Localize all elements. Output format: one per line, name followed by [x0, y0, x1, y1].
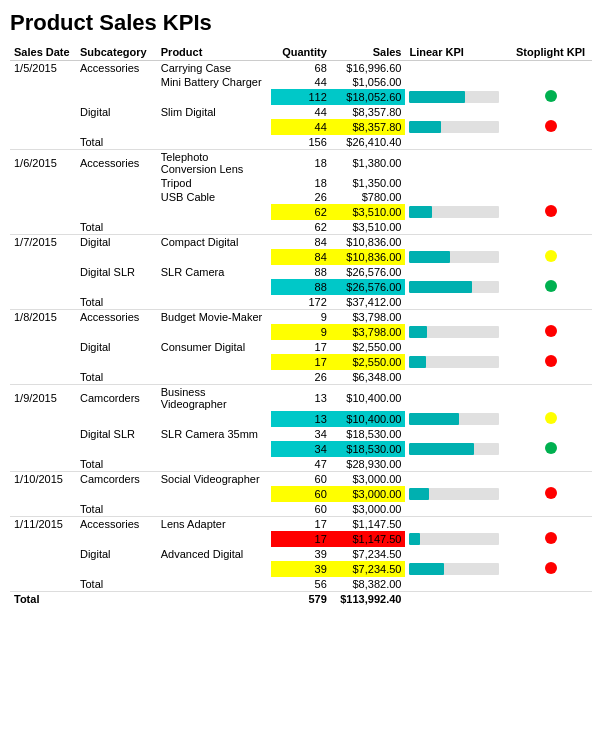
- linear-cell: [405, 204, 509, 220]
- grand-total-product: [157, 592, 271, 607]
- date-cell: [10, 354, 76, 370]
- date-cell: [10, 561, 76, 577]
- subcat-cell: Digital SLR: [76, 427, 157, 441]
- stoplight-cell: [509, 531, 592, 547]
- linear-cell: [405, 265, 509, 279]
- stoplight-circle: [545, 442, 557, 454]
- linear-bar: [409, 121, 499, 133]
- stoplight-cell: [509, 249, 592, 265]
- linear-bar-fill: [409, 356, 425, 368]
- date-cell: [10, 486, 76, 502]
- kpi-row: 17 $1,147.50: [10, 531, 592, 547]
- total-qty: 26: [271, 370, 331, 385]
- kpi-sales-cell: $2,550.00: [331, 354, 406, 370]
- stoplight-circle: [545, 120, 557, 132]
- linear-cell: [405, 324, 509, 340]
- date-cell: [10, 502, 76, 517]
- sales-cell: $1,380.00: [331, 150, 406, 177]
- linear-cell: [405, 411, 509, 427]
- subcat-cell: [76, 486, 157, 502]
- kpi-row: 39 $7,234.50: [10, 561, 592, 577]
- product-cell: SLR Camera 35mm: [157, 427, 271, 441]
- linear-bar: [409, 251, 499, 263]
- subcat-total-label: Total: [76, 577, 157, 592]
- date-cell: [10, 577, 76, 592]
- header-product: Product: [157, 44, 271, 61]
- subcat-cell: Digital: [76, 235, 157, 250]
- date-cell: [10, 427, 76, 441]
- qty-cell: 39: [271, 547, 331, 561]
- kpi-row: 112 $18,052.60: [10, 89, 592, 105]
- stoplight-cell: [509, 411, 592, 427]
- product-cell: [157, 411, 271, 427]
- kpi-row: 62 $3,510.00: [10, 204, 592, 220]
- linear-cell: [405, 61, 509, 76]
- stoplight-cell: [509, 561, 592, 577]
- total-sales: $28,930.00: [331, 457, 406, 472]
- linear-bar-fill: [409, 563, 443, 575]
- qty-cell: 17: [271, 340, 331, 354]
- product-cell: [157, 295, 271, 310]
- kpi-qty-cell: 88: [271, 279, 331, 295]
- subcat-cell: [76, 89, 157, 105]
- table-row: 1/5/2015 Accessories Carrying Case 68 $1…: [10, 61, 592, 76]
- kpi-qty-cell: 9: [271, 324, 331, 340]
- kpi-sales-cell: $18,530.00: [331, 441, 406, 457]
- qty-cell: 60: [271, 472, 331, 487]
- linear-bar: [409, 281, 499, 293]
- sales-cell: $7,234.50: [331, 547, 406, 561]
- date-cell: [10, 249, 76, 265]
- stoplight-cell: [509, 457, 592, 472]
- sales-cell: $10,400.00: [331, 385, 406, 412]
- kpi-sales-cell: $7,234.50: [331, 561, 406, 577]
- qty-cell: 17: [271, 517, 331, 532]
- product-cell: [157, 279, 271, 295]
- linear-cell: [405, 486, 509, 502]
- linear-bar-fill: [409, 121, 441, 133]
- linear-cell: [405, 75, 509, 89]
- stoplight-circle: [545, 280, 557, 292]
- product-cell: [157, 577, 271, 592]
- product-cell: Carrying Case: [157, 61, 271, 76]
- grand-total-qty: 579: [271, 592, 331, 607]
- product-cell: [157, 204, 271, 220]
- qty-cell: 9: [271, 310, 331, 325]
- kpi-sales-cell: $1,147.50: [331, 531, 406, 547]
- total-qty: 56: [271, 577, 331, 592]
- product-cell: [157, 89, 271, 105]
- sales-cell: $26,576.00: [331, 265, 406, 279]
- kpi-qty-cell: 112: [271, 89, 331, 105]
- total-sales: $3,000.00: [331, 502, 406, 517]
- stoplight-cell: [509, 235, 592, 250]
- sales-cell: $780.00: [331, 190, 406, 204]
- stoplight-cell: [509, 135, 592, 150]
- product-cell: Slim Digital: [157, 105, 271, 119]
- table-row: 1/8/2015 Accessories Budget Movie-Maker …: [10, 310, 592, 325]
- linear-cell: [405, 385, 509, 412]
- header-stoplight: Stoplight KPI: [509, 44, 592, 61]
- subcat-cell: Digital: [76, 340, 157, 354]
- stoplight-circle: [545, 355, 557, 367]
- table-row: Digital Slim Digital 44 $8,357.80: [10, 105, 592, 119]
- product-cell: Lens Adapter: [157, 517, 271, 532]
- stoplight-cell: [509, 577, 592, 592]
- product-cell: [157, 119, 271, 135]
- date-cell: [10, 176, 76, 190]
- table-row: USB Cable 26 $780.00: [10, 190, 592, 204]
- total-row: Total 172 $37,412.00: [10, 295, 592, 310]
- date-cell: [10, 547, 76, 561]
- header-sales: Sales: [331, 44, 406, 61]
- stoplight-cell: [509, 310, 592, 325]
- product-cell: Budget Movie-Maker: [157, 310, 271, 325]
- linear-cell: [405, 150, 509, 177]
- page-title: Product Sales KPIs: [10, 10, 592, 36]
- header-subcat: Subcategory: [76, 44, 157, 61]
- table-row: Digital Consumer Digital 17 $2,550.00: [10, 340, 592, 354]
- subcat-cell: [76, 441, 157, 457]
- subcat-cell: Accessories: [76, 150, 157, 177]
- kpi-qty-cell: 34: [271, 441, 331, 457]
- kpi-sales-cell: $18,052.60: [331, 89, 406, 105]
- stoplight-cell: [509, 220, 592, 235]
- linear-bar: [409, 91, 499, 103]
- date-cell: [10, 295, 76, 310]
